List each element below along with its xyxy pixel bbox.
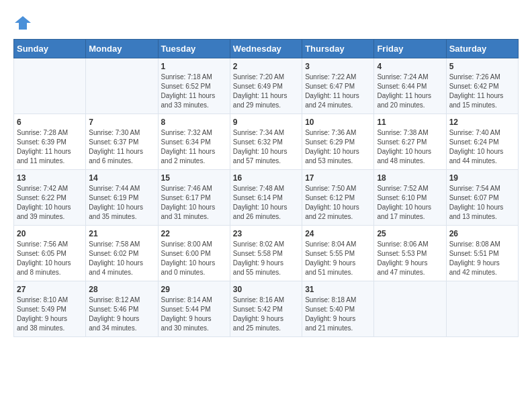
day-number: 17 (305, 173, 371, 183)
calendar-cell (446, 281, 518, 337)
calendar-cell: 30Sunrise: 8:16 AMSunset: 5:42 PMDayligh… (230, 281, 302, 337)
calendar-cell: 19Sunrise: 7:54 AMSunset: 6:07 PMDayligh… (446, 170, 518, 226)
day-number: 12 (449, 118, 515, 127)
day-number: 15 (161, 173, 227, 183)
calendar-cell: 25Sunrise: 8:06 AMSunset: 5:53 PMDayligh… (374, 226, 446, 281)
svg-marker-0 (15, 16, 31, 30)
day-details: Sunrise: 8:04 AMSunset: 5:55 PMDaylight:… (305, 240, 371, 277)
day-details: Sunrise: 8:08 AMSunset: 5:51 PMDaylight:… (449, 240, 515, 277)
day-details: Sunrise: 7:34 AMSunset: 6:32 PMDaylight:… (233, 128, 299, 166)
day-number: 20 (17, 229, 83, 238)
day-number: 18 (377, 173, 443, 183)
day-details: Sunrise: 7:30 AMSunset: 6:37 PMDaylight:… (89, 128, 154, 166)
calendar-cell: 18Sunrise: 7:52 AMSunset: 6:10 PMDayligh… (374, 170, 446, 226)
calendar-cell (374, 281, 446, 337)
day-details: Sunrise: 7:40 AMSunset: 6:24 PMDaylight:… (449, 128, 515, 166)
calendar-cell: 28Sunrise: 8:12 AMSunset: 5:46 PMDayligh… (86, 281, 158, 337)
day-number: 8 (161, 118, 227, 127)
day-details: Sunrise: 7:58 AMSunset: 6:02 PMDaylight:… (89, 240, 154, 277)
calendar-cell: 7Sunrise: 7:30 AMSunset: 6:37 PMDaylight… (86, 114, 158, 170)
calendar-cell: 17Sunrise: 7:50 AMSunset: 6:12 PMDayligh… (302, 170, 374, 226)
day-details: Sunrise: 7:44 AMSunset: 6:19 PMDaylight:… (89, 184, 154, 222)
calendar-week-row: 1Sunrise: 7:18 AMSunset: 6:52 PMDaylight… (14, 58, 519, 114)
calendar-cell: 27Sunrise: 8:10 AMSunset: 5:49 PMDayligh… (14, 281, 86, 337)
calendar-cell: 5Sunrise: 7:26 AMSunset: 6:42 PMDaylight… (446, 58, 518, 114)
calendar-cell: 23Sunrise: 8:02 AMSunset: 5:58 PMDayligh… (230, 226, 302, 281)
day-number: 4 (377, 62, 443, 71)
day-details: Sunrise: 7:24 AMSunset: 6:44 PMDaylight:… (377, 73, 443, 110)
calendar-cell: 6Sunrise: 7:28 AMSunset: 6:39 PMDaylight… (14, 114, 86, 170)
calendar-cell: 11Sunrise: 7:38 AMSunset: 6:27 PMDayligh… (374, 114, 446, 170)
day-details: Sunrise: 8:06 AMSunset: 5:53 PMDaylight:… (377, 240, 443, 277)
day-details: Sunrise: 7:26 AMSunset: 6:42 PMDaylight:… (449, 73, 515, 110)
calendar-week-row: 6Sunrise: 7:28 AMSunset: 6:39 PMDaylight… (14, 114, 519, 170)
day-number: 1 (161, 62, 227, 71)
day-number: 2 (233, 62, 299, 71)
calendar-cell: 1Sunrise: 7:18 AMSunset: 6:52 PMDaylight… (158, 58, 230, 114)
calendar-week-row: 27Sunrise: 8:10 AMSunset: 5:49 PMDayligh… (14, 281, 519, 337)
calendar-cell: 20Sunrise: 7:56 AMSunset: 6:05 PMDayligh… (14, 226, 86, 281)
calendar-cell: 16Sunrise: 7:48 AMSunset: 6:14 PMDayligh… (230, 170, 302, 226)
day-details: Sunrise: 7:56 AMSunset: 6:05 PMDaylight:… (17, 240, 83, 277)
day-details: Sunrise: 8:18 AMSunset: 5:40 PMDaylight:… (305, 295, 371, 333)
weekday-header: Sunday (14, 40, 86, 58)
day-number: 24 (305, 229, 371, 238)
day-details: Sunrise: 8:02 AMSunset: 5:58 PMDaylight:… (233, 240, 299, 277)
weekday-header: Tuesday (158, 40, 230, 58)
day-number: 31 (305, 285, 371, 294)
day-details: Sunrise: 7:54 AMSunset: 6:07 PMDaylight:… (449, 184, 515, 222)
day-number: 28 (89, 285, 154, 294)
logo-icon (13, 13, 32, 32)
calendar-cell: 2Sunrise: 7:20 AMSunset: 6:49 PMDaylight… (230, 58, 302, 114)
weekday-header: Wednesday (230, 40, 302, 58)
day-details: Sunrise: 7:52 AMSunset: 6:10 PMDaylight:… (377, 184, 443, 222)
calendar-cell: 14Sunrise: 7:44 AMSunset: 6:19 PMDayligh… (86, 170, 158, 226)
day-details: Sunrise: 7:22 AMSunset: 6:47 PMDaylight:… (305, 73, 371, 110)
day-details: Sunrise: 7:42 AMSunset: 6:22 PMDaylight:… (17, 184, 83, 222)
calendar-cell (86, 58, 158, 114)
calendar-week-row: 13Sunrise: 7:42 AMSunset: 6:22 PMDayligh… (14, 170, 519, 226)
weekday-header: Friday (374, 40, 446, 58)
day-number: 6 (17, 118, 83, 127)
day-number: 10 (305, 118, 371, 127)
day-number: 11 (377, 118, 443, 127)
calendar-cell: 4Sunrise: 7:24 AMSunset: 6:44 PMDaylight… (374, 58, 446, 114)
day-number: 13 (17, 173, 83, 183)
day-number: 3 (305, 62, 371, 71)
day-details: Sunrise: 7:32 AMSunset: 6:34 PMDaylight:… (161, 128, 227, 166)
day-details: Sunrise: 7:20 AMSunset: 6:49 PMDaylight:… (233, 73, 299, 110)
calendar-cell: 12Sunrise: 7:40 AMSunset: 6:24 PMDayligh… (446, 114, 518, 170)
weekday-header: Thursday (302, 40, 374, 58)
day-number: 23 (233, 229, 299, 238)
day-number: 22 (161, 229, 227, 238)
day-number: 5 (449, 62, 515, 71)
day-details: Sunrise: 7:46 AMSunset: 6:17 PMDaylight:… (161, 184, 227, 222)
calendar-cell: 31Sunrise: 8:18 AMSunset: 5:40 PMDayligh… (302, 281, 374, 337)
page-header (13, 13, 519, 32)
day-details: Sunrise: 7:28 AMSunset: 6:39 PMDaylight:… (17, 128, 83, 166)
day-number: 9 (233, 118, 299, 127)
day-number: 14 (89, 173, 154, 183)
day-number: 27 (17, 285, 83, 294)
day-number: 16 (233, 173, 299, 183)
weekday-header: Saturday (446, 40, 518, 58)
calendar-week-row: 20Sunrise: 7:56 AMSunset: 6:05 PMDayligh… (14, 226, 519, 281)
day-number: 29 (161, 285, 227, 294)
day-details: Sunrise: 8:10 AMSunset: 5:49 PMDaylight:… (17, 295, 83, 333)
day-details: Sunrise: 7:38 AMSunset: 6:27 PMDaylight:… (377, 128, 443, 166)
calendar-cell: 29Sunrise: 8:14 AMSunset: 5:44 PMDayligh… (158, 281, 230, 337)
day-details: Sunrise: 7:48 AMSunset: 6:14 PMDaylight:… (233, 184, 299, 222)
calendar-cell: 24Sunrise: 8:04 AMSunset: 5:55 PMDayligh… (302, 226, 374, 281)
day-details: Sunrise: 7:50 AMSunset: 6:12 PMDaylight:… (305, 184, 371, 222)
calendar-cell: 15Sunrise: 7:46 AMSunset: 6:17 PMDayligh… (158, 170, 230, 226)
calendar-cell: 13Sunrise: 7:42 AMSunset: 6:22 PMDayligh… (14, 170, 86, 226)
weekday-header-row: SundayMondayTuesdayWednesdayThursdayFrid… (14, 40, 519, 58)
calendar-cell: 22Sunrise: 8:00 AMSunset: 6:00 PMDayligh… (158, 226, 230, 281)
calendar-cell: 21Sunrise: 7:58 AMSunset: 6:02 PMDayligh… (86, 226, 158, 281)
logo (13, 13, 35, 32)
day-details: Sunrise: 7:18 AMSunset: 6:52 PMDaylight:… (161, 73, 227, 110)
day-number: 7 (89, 118, 154, 127)
day-details: Sunrise: 8:12 AMSunset: 5:46 PMDaylight:… (89, 295, 154, 333)
calendar-cell: 3Sunrise: 7:22 AMSunset: 6:47 PMDaylight… (302, 58, 374, 114)
day-number: 19 (449, 173, 515, 183)
